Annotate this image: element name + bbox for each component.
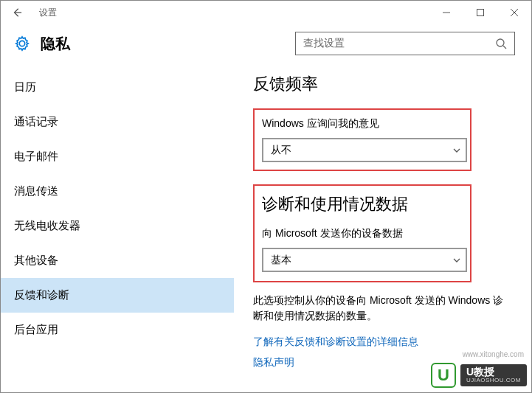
- sidebar-item-label: 消息传送: [14, 184, 58, 198]
- sidebar-item-other-devices[interactable]: 其他设备: [1, 243, 234, 278]
- watermark-text: U教授 UJIAOSHOU.COM: [460, 364, 527, 386]
- diagnostics-heading: 诊断和使用情况数据: [262, 193, 463, 215]
- sidebar-item-radios[interactable]: 无线电收发器: [1, 209, 234, 243]
- feedback-heading: 反馈频率: [253, 73, 512, 95]
- sidebar-item-label: 通话记录: [14, 115, 58, 129]
- window-title: 设置: [33, 7, 57, 19]
- select-value: 基本: [271, 254, 291, 267]
- feedback-highlight-box: Windows 应询问我的意见 从不: [253, 108, 471, 171]
- content-pane: 反馈频率 Windows 应询问我的意见 从不 诊断和使用情况数据 向 Micr…: [234, 63, 531, 392]
- sidebar-item-label: 其他设备: [14, 254, 58, 268]
- feedback-frequency-select[interactable]: 从不: [262, 138, 467, 162]
- search-icon: [495, 38, 507, 49]
- diagnostics-label: 向 Microsoft 发送你的设备数据: [262, 227, 463, 240]
- svg-rect-0: [477, 10, 484, 16]
- sidebar-item-feedback-diagnostics[interactable]: 反馈和诊断: [1, 278, 234, 313]
- close-button[interactable]: [497, 1, 531, 24]
- page-title: 隐私: [41, 34, 70, 54]
- chevron-down-icon: [452, 146, 461, 155]
- minimize-button[interactable]: [429, 1, 463, 24]
- watermark-badge: U: [431, 363, 456, 388]
- minimize-icon: [443, 9, 450, 16]
- sidebar: 日历 通话记录 电子邮件 消息传送 无线电收发器 其他设备 反馈和诊断 后台应用: [1, 63, 234, 392]
- search-placeholder: 查找设置: [303, 37, 495, 50]
- maximize-button[interactable]: [463, 1, 497, 24]
- page-header: 隐私 查找设置: [1, 24, 531, 63]
- sidebar-item-calendar[interactable]: 日历: [1, 70, 234, 105]
- back-button[interactable]: [1, 1, 33, 24]
- search-input[interactable]: 查找设置: [295, 32, 515, 55]
- select-value: 从不: [271, 144, 291, 157]
- feedback-label: Windows 应询问我的意见: [262, 117, 463, 131]
- sidebar-item-label: 日历: [14, 80, 36, 94]
- sidebar-item-messaging[interactable]: 消息传送: [1, 174, 234, 209]
- watermark: U U教授 UJIAOSHOU.COM: [431, 363, 527, 388]
- sidebar-item-label: 无线电收发器: [14, 219, 80, 233]
- sidebar-item-background-apps[interactable]: 后台应用: [1, 313, 234, 347]
- diagnostics-data-select[interactable]: 基本: [262, 248, 467, 272]
- sidebar-item-call-history[interactable]: 通话记录: [1, 105, 234, 139]
- gear-icon: [14, 35, 30, 52]
- diagnostics-highlight-box: 诊断和使用情况数据 向 Microsoft 发送你的设备数据 基本: [253, 184, 471, 282]
- svg-point-1: [497, 39, 504, 46]
- sidebar-item-label: 反馈和诊断: [14, 288, 69, 302]
- chevron-down-icon: [452, 256, 461, 265]
- close-icon: [511, 9, 518, 16]
- sidebar-item-label: 后台应用: [14, 323, 58, 337]
- sidebar-item-label: 电子邮件: [14, 150, 58, 164]
- sidebar-item-email[interactable]: 电子邮件: [1, 139, 234, 174]
- maximize-icon: [477, 9, 484, 16]
- window-controls: [429, 1, 531, 24]
- diagnostics-description: 此选项控制从你的设备向 Microsoft 发送的 Windows 诊断和使用情…: [253, 293, 512, 324]
- learn-more-link[interactable]: 了解有关反馈和诊断设置的详细信息: [253, 335, 512, 349]
- sub-watermark: www.xitonghe.com: [463, 350, 524, 358]
- back-arrow-icon: [12, 7, 22, 18]
- titlebar: 设置: [1, 1, 531, 24]
